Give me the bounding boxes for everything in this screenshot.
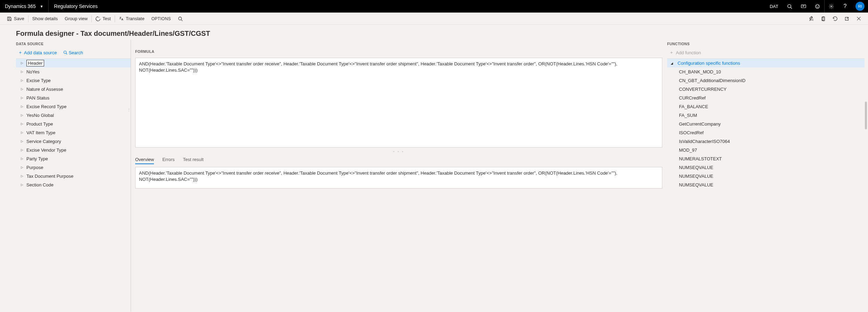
help-icon[interactable]: ? bbox=[838, 0, 852, 13]
caret-right-icon: ▷ bbox=[21, 122, 26, 126]
function-item[interactable]: MOD_97 bbox=[667, 146, 865, 154]
feedback-icon[interactable] bbox=[810, 0, 824, 13]
caret-right-icon: ▷ bbox=[21, 79, 26, 82]
user-avatar[interactable]: RI bbox=[855, 2, 865, 11]
horizontal-splitter[interactable]: · · · bbox=[135, 149, 662, 154]
data-source-item-label: VAT Item Type bbox=[26, 130, 56, 135]
module-title[interactable]: Regulatory Services bbox=[49, 3, 103, 9]
data-source-item-label: Section Code bbox=[26, 182, 54, 187]
data-source-item[interactable]: ▷Excise Type bbox=[16, 76, 131, 85]
data-source-item[interactable]: ▷Service Category bbox=[16, 137, 131, 146]
data-source-item[interactable]: ▷PAN Status bbox=[16, 94, 131, 102]
function-item[interactable]: CH_BANK_MOD_10 bbox=[667, 67, 865, 76]
data-source-item[interactable]: ▷NoYes bbox=[16, 67, 131, 76]
tab-errors[interactable]: Errors bbox=[162, 155, 174, 164]
caret-right-icon: ▷ bbox=[21, 61, 26, 65]
function-group[interactable]: ◢ Configuration specific functions bbox=[667, 59, 865, 67]
search-icon[interactable] bbox=[783, 0, 796, 13]
data-source-item-label: Purpose bbox=[26, 165, 43, 170]
close-icon[interactable] bbox=[853, 13, 865, 25]
popout-icon[interactable] bbox=[841, 13, 853, 25]
function-item[interactable]: CURCredRef bbox=[667, 94, 865, 102]
data-source-item[interactable]: ▷Nature of Assesse bbox=[16, 85, 131, 94]
data-source-item[interactable]: ▷Tax Document Purpose bbox=[16, 172, 131, 181]
data-source-item[interactable]: ▷Section Code bbox=[16, 181, 131, 189]
data-source-item-label: Excise Record Type bbox=[26, 104, 66, 109]
function-item[interactable]: NUMSEQVALUE bbox=[667, 172, 865, 181]
formula-editor[interactable] bbox=[135, 58, 662, 147]
svg-point-11 bbox=[64, 51, 66, 54]
caret-right-icon: ▷ bbox=[21, 157, 26, 160]
data-source-item[interactable]: ▷Purpose bbox=[16, 163, 131, 172]
brand-label: Dynamics 365 bbox=[5, 3, 36, 9]
add-function-button[interactable]: ＋ Add function bbox=[667, 49, 865, 56]
show-details-button[interactable]: Show details bbox=[29, 13, 62, 24]
test-button[interactable]: Test bbox=[92, 13, 114, 24]
data-source-item[interactable]: ▷Excise Vendor Type bbox=[16, 146, 131, 154]
chevron-down-icon: ▼ bbox=[40, 5, 43, 8]
function-item[interactable]: IsValidCharacterISO7064 bbox=[667, 137, 865, 146]
caret-right-icon: ▷ bbox=[21, 87, 26, 91]
data-source-item-label: Header bbox=[26, 60, 44, 66]
data-source-item-label: Nature of Assesse bbox=[26, 87, 63, 92]
page-title: Formula designer - Tax document/Header/L… bbox=[16, 30, 868, 38]
data-source-item-label: Product Type bbox=[26, 121, 53, 127]
action-search-button[interactable] bbox=[174, 13, 186, 24]
function-item[interactable]: CONVERTCURRENCY bbox=[667, 85, 865, 94]
function-item[interactable]: CN_GBT_AdditionalDimensionID bbox=[667, 76, 865, 85]
data-source-item[interactable]: ▷Product Type bbox=[16, 120, 131, 128]
caret-right-icon: ▷ bbox=[21, 183, 26, 186]
functions-header: FUNCTIONS bbox=[667, 42, 865, 46]
caret-right-icon: ▷ bbox=[21, 131, 26, 134]
add-data-source-button[interactable]: ＋ Add data source bbox=[18, 49, 57, 56]
plus-icon: ＋ bbox=[669, 49, 674, 56]
settings-icon[interactable] bbox=[824, 0, 838, 13]
action-pane: Save Show details Group view Test Transl… bbox=[0, 13, 868, 25]
data-source-item[interactable]: ▷YesNo Global bbox=[16, 111, 131, 120]
attach-icon[interactable] bbox=[805, 13, 817, 25]
vertical-splitter[interactable]: ⋮ bbox=[127, 108, 131, 112]
function-item[interactable]: NUMERALSTOTEXT bbox=[667, 154, 865, 163]
formula-panel: FORMULA · · · Overview Errors Test resul… bbox=[133, 40, 667, 312]
caret-right-icon: ▷ bbox=[21, 166, 26, 169]
function-item[interactable]: ISOCredRef bbox=[667, 128, 865, 137]
scrollbar-thumb[interactable] bbox=[865, 102, 867, 129]
messages-icon[interactable] bbox=[796, 0, 810, 13]
svg-line-8 bbox=[181, 19, 182, 21]
app-switcher[interactable]: Dynamics 365 ▼ bbox=[0, 0, 49, 13]
function-item[interactable]: NUMSEQVALUE bbox=[667, 181, 865, 189]
data-source-search-button[interactable]: Search bbox=[63, 49, 83, 56]
data-source-item[interactable]: ▷Excise Record Type bbox=[16, 102, 131, 111]
tab-test-result[interactable]: Test result bbox=[183, 155, 204, 164]
options-button[interactable]: OPTIONS bbox=[148, 13, 174, 24]
function-item[interactable]: FA_SUM bbox=[667, 111, 865, 120]
save-label: Save bbox=[14, 16, 24, 21]
translate-button[interactable]: Translate bbox=[115, 13, 148, 24]
caret-down-icon: ◢ bbox=[671, 62, 675, 65]
refresh-icon[interactable] bbox=[829, 13, 841, 25]
office-icon[interactable] bbox=[817, 13, 829, 25]
data-source-item-label: NoYes bbox=[26, 69, 40, 74]
data-source-item[interactable]: ▷Party Type bbox=[16, 154, 131, 163]
tab-overview[interactable]: Overview bbox=[135, 155, 154, 164]
caret-right-icon: ▷ bbox=[21, 70, 26, 73]
function-item[interactable]: NUMSEQVALUE bbox=[667, 163, 865, 172]
data-source-item[interactable]: ▷VAT Item Type bbox=[16, 128, 131, 137]
caret-right-icon: ▷ bbox=[21, 139, 26, 143]
function-item[interactable]: FA_BALANCE bbox=[667, 102, 865, 111]
function-item[interactable]: GetCurrentCompany bbox=[667, 120, 865, 128]
caret-right-icon: ▷ bbox=[21, 105, 26, 108]
caret-right-icon: ▷ bbox=[21, 148, 26, 152]
save-button[interactable]: Save bbox=[3, 13, 28, 24]
overview-readonly: AND(Header.'Taxable Document Type'<>"Inv… bbox=[135, 167, 662, 189]
company-picker[interactable]: DAT bbox=[765, 0, 783, 13]
data-source-item-label: PAN Status bbox=[26, 95, 49, 101]
svg-point-6 bbox=[831, 6, 832, 7]
data-source-item-label: Service Category bbox=[26, 139, 61, 144]
formula-header: FORMULA bbox=[135, 49, 662, 54]
data-source-item[interactable]: ▷Header bbox=[16, 59, 131, 67]
svg-point-0 bbox=[787, 4, 791, 7]
group-view-button[interactable]: Group view bbox=[61, 13, 91, 24]
caret-right-icon: ▷ bbox=[21, 96, 26, 99]
data-source-item-label: YesNo Global bbox=[26, 113, 54, 118]
